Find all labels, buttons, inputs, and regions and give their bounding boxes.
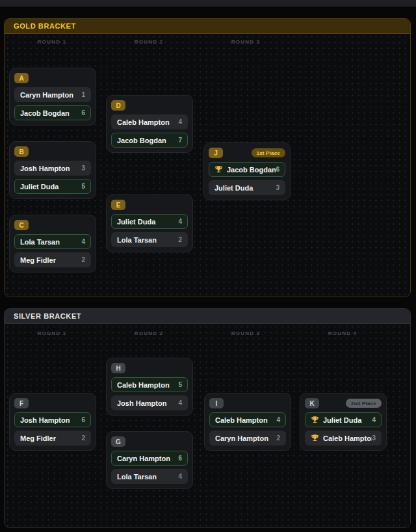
player-score: 3 bbox=[276, 184, 280, 191]
player-row[interactable]: Caleb Hampton 3 bbox=[305, 431, 382, 446]
silver-bracket-header: SILVER BRACKET bbox=[5, 309, 410, 324]
player-score: 6 bbox=[81, 109, 85, 116]
player-score: 6 bbox=[178, 455, 182, 462]
player-score: 4 bbox=[276, 416, 280, 423]
match-card-I[interactable]: I Caleb Hampton 4 Caryn Hampton 2 bbox=[204, 393, 291, 451]
match-letter-badge: C bbox=[14, 220, 29, 230]
player-score: 4 bbox=[178, 118, 182, 126]
player-row-winner[interactable]: Lola Tarsan 4 bbox=[14, 234, 91, 249]
second-place-badge: 2nd Place bbox=[346, 399, 382, 408]
player-row[interactable]: Josh Hampton 4 bbox=[111, 395, 188, 410]
silver-round-2-label: ROUND 2 bbox=[135, 330, 163, 336]
trophy-icon bbox=[311, 416, 319, 424]
player-score: 5 bbox=[81, 183, 85, 190]
player-score: 1 bbox=[81, 91, 85, 98]
player-score: 6 bbox=[276, 166, 280, 173]
match-card-G[interactable]: G Caryn Hampton 6 Lola Tarsan 4 bbox=[106, 431, 193, 489]
player-row[interactable]: Juliet Duda 3 bbox=[209, 180, 285, 195]
player-row[interactable]: Caryn Hampton 2 bbox=[209, 431, 286, 446]
match-card-H[interactable]: H Caleb Hampton 5 Josh Hampton 4 bbox=[106, 358, 193, 416]
player-name: Caryn Hampton bbox=[215, 434, 276, 442]
player-name: Lola Tarsan bbox=[117, 236, 178, 244]
match-letter-badge: H bbox=[111, 363, 125, 373]
player-score: 6 bbox=[81, 416, 85, 423]
match-card-C[interactable]: C Lola Tarsan 4 Meg Fidler 2 bbox=[9, 215, 96, 273]
match-card-E[interactable]: E Juliet Duda 4 Lola Tarsan 2 bbox=[106, 194, 193, 252]
player-name: Caleb Hampton bbox=[117, 381, 178, 389]
player-row[interactable]: Lola Tarsan 4 bbox=[111, 469, 188, 484]
trophy-icon bbox=[311, 434, 319, 442]
match-card-K[interactable]: K 2nd Place Juliet Duda 4 Caleb Hampton … bbox=[300, 393, 387, 451]
player-row-winner[interactable]: Jacob Bogdan 7 bbox=[111, 133, 188, 148]
player-score: 7 bbox=[178, 137, 182, 144]
match-letter-badge: D bbox=[111, 100, 125, 111]
player-row-winner[interactable]: Josh Hampton 6 bbox=[14, 412, 91, 427]
player-name: Meg Fidler bbox=[20, 256, 81, 264]
silver-round-3-label: ROUND 3 bbox=[231, 330, 260, 336]
player-name: Caryn Hampton bbox=[117, 455, 178, 462]
player-row-winner[interactable]: Juliet Duda 4 bbox=[305, 412, 382, 427]
player-name: Caleb Hampton bbox=[323, 434, 372, 442]
player-name: Josh Hampton bbox=[117, 399, 178, 407]
gold-bracket-panel: GOLD BRACKET ROUND 1 ROUND 2 ROUND 3 A C… bbox=[4, 18, 411, 297]
player-row-winner[interactable]: Juliet Duda 4 bbox=[111, 214, 188, 229]
match-letter-badge: J bbox=[209, 148, 223, 158]
gold-round-3-label: ROUND 3 bbox=[231, 39, 260, 45]
player-name: Meg Fidler bbox=[20, 434, 81, 442]
player-score: 3 bbox=[81, 165, 85, 172]
player-name: Lola Tarsan bbox=[117, 473, 178, 481]
player-row[interactable]: Caleb Hampton 4 bbox=[111, 114, 188, 129]
player-score: 2 bbox=[276, 434, 280, 442]
player-score: 3 bbox=[372, 434, 376, 442]
player-row-winner[interactable]: Jacob Bogdan 6 bbox=[209, 162, 285, 177]
gold-bracket-header: GOLD BRACKET bbox=[5, 19, 410, 34]
player-row-winner[interactable]: Juliet Duda 5 bbox=[14, 179, 91, 194]
player-row-winner[interactable]: Caryn Hampton 6 bbox=[111, 451, 188, 466]
player-score: 4 bbox=[178, 218, 182, 225]
player-row[interactable]: Meg Fidler 2 bbox=[14, 431, 91, 446]
player-name: Josh Hampton bbox=[20, 416, 81, 424]
player-name: Jacob Bogdan bbox=[227, 166, 276, 174]
player-name: Caleb Hampton bbox=[215, 416, 276, 424]
match-card-F[interactable]: F Josh Hampton 6 Meg Fidler 2 bbox=[9, 393, 96, 451]
match-letter-badge: F bbox=[14, 398, 29, 408]
silver-bracket-panel: SILVER BRACKET ROUND 1 ROUND 2 ROUND 3 R… bbox=[4, 308, 411, 528]
player-score: 2 bbox=[178, 236, 182, 243]
player-name: Josh Hampton bbox=[20, 165, 81, 172]
player-row[interactable]: Josh Hampton 3 bbox=[14, 161, 91, 176]
player-name: Lola Tarsan bbox=[20, 238, 81, 246]
first-place-badge: 1st Place bbox=[252, 148, 286, 157]
silver-bracket-title: SILVER BRACKET bbox=[14, 312, 81, 320]
player-score: 2 bbox=[81, 434, 85, 442]
player-name: Juliet Duda bbox=[323, 416, 372, 424]
match-card-D[interactable]: D Caleb Hampton 4 Jacob Bogdan 7 bbox=[106, 95, 193, 153]
player-score: 5 bbox=[178, 381, 182, 388]
silver-round-4-label: ROUND 4 bbox=[328, 330, 357, 336]
silver-round-1-label: ROUND 1 bbox=[38, 330, 66, 336]
player-row-winner[interactable]: Caleb Hampton 5 bbox=[111, 377, 188, 392]
player-name: Jacob Bogdan bbox=[20, 109, 81, 117]
gold-bracket-body: ROUND 1 ROUND 2 ROUND 3 A Caryn Hampton … bbox=[5, 34, 410, 297]
player-name: Caryn Hampton bbox=[20, 91, 81, 99]
match-card-A[interactable]: A Caryn Hampton 1 Jacob Bogdan 6 bbox=[9, 68, 96, 126]
silver-bracket-body: ROUND 1 ROUND 2 ROUND 3 ROUND 4 F Josh H… bbox=[5, 324, 410, 527]
player-row[interactable]: Meg Fidler 2 bbox=[14, 252, 91, 267]
player-score: 4 bbox=[372, 416, 376, 423]
gold-round-2-label: ROUND 2 bbox=[135, 39, 163, 45]
top-bar bbox=[0, 0, 416, 7]
gold-bracket-title: GOLD BRACKET bbox=[14, 22, 76, 30]
match-card-B[interactable]: B Josh Hampton 3 Juliet Duda 5 bbox=[9, 141, 96, 199]
player-score: 4 bbox=[178, 399, 182, 406]
match-letter-badge: B bbox=[14, 146, 29, 157]
player-row[interactable]: Lola Tarsan 2 bbox=[111, 232, 188, 247]
player-row-winner[interactable]: Caleb Hampton 4 bbox=[209, 412, 286, 427]
trophy-icon bbox=[214, 165, 223, 174]
player-name: Juliet Duda bbox=[20, 183, 81, 191]
match-letter-badge: A bbox=[14, 73, 29, 83]
player-row-winner[interactable]: Jacob Bogdan 6 bbox=[14, 105, 91, 120]
match-card-J[interactable]: J 1st Place Jacob Bogdan 6 Juliet Duda 3 bbox=[203, 142, 291, 200]
player-name: Juliet Duda bbox=[214, 184, 276, 192]
player-row[interactable]: Caryn Hampton 1 bbox=[14, 87, 91, 102]
player-name: Juliet Duda bbox=[117, 218, 178, 226]
player-name: Caleb Hampton bbox=[117, 118, 178, 126]
